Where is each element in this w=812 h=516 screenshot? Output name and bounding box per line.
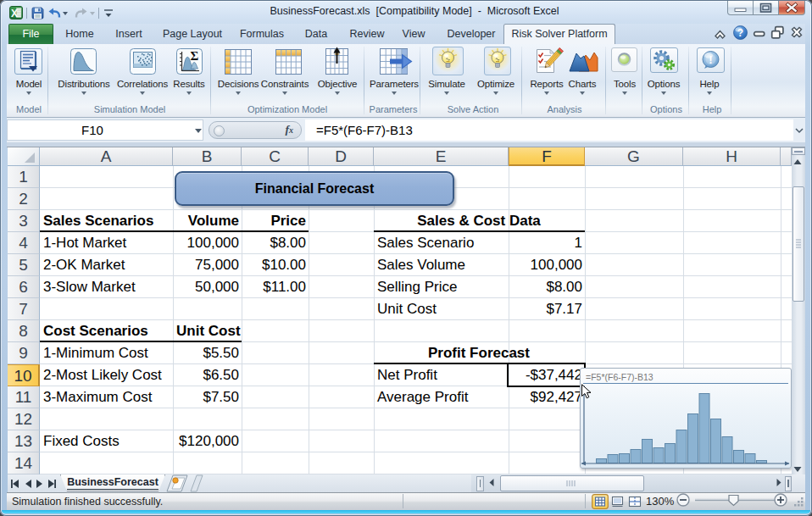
svg-text:X: X [11, 8, 18, 19]
svg-text:?: ? [737, 27, 743, 39]
svg-text:!: ! [709, 53, 712, 66]
svg-text:Σ: Σ [191, 49, 199, 63]
